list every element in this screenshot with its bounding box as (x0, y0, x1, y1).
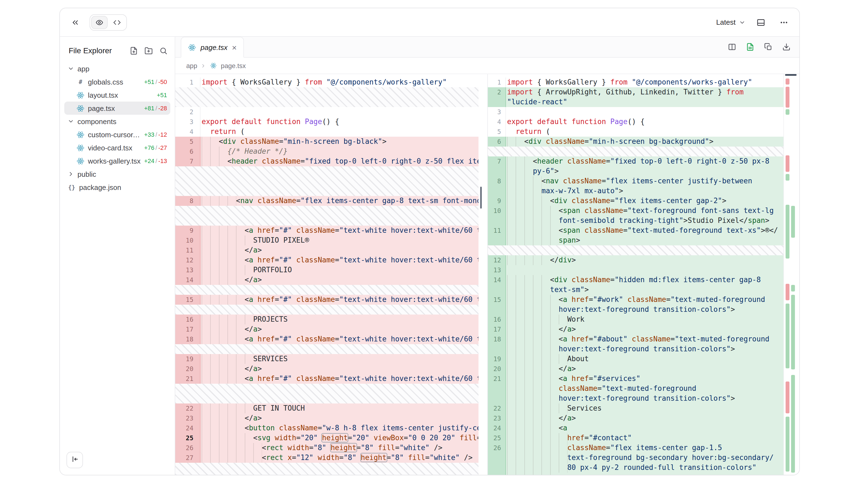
code-toggle-button[interactable] (109, 15, 125, 29)
panel-layout-button[interactable] (753, 14, 769, 30)
tree-file-works-gallery.tsx[interactable]: works-gallery.tsx+24/-13 (64, 154, 170, 167)
code-line: 24 <button className="w-8 h-8 flex items… (175, 423, 478, 433)
code-line: 2 (175, 107, 478, 117)
code-line: py-6"> (488, 166, 783, 176)
diff-collapsed-spacer (488, 147, 783, 157)
diff-stats: +76/-27 (144, 144, 167, 151)
breadcrumb: app page.tsx (175, 58, 799, 74)
line-number: 13 (488, 265, 506, 275)
left-pane-scrollbar[interactable] (480, 187, 482, 208)
split-view-button[interactable] (726, 41, 737, 53)
minimap-column (791, 74, 795, 475)
code-line: 5 return ( (488, 127, 783, 137)
code-line: text-foreground bg-secondary hover:bg-se… (488, 453, 783, 463)
file-tree: app#globals.css+51/-50layout.tsx+51page.… (60, 62, 175, 194)
diff-collapsed-spacer (175, 87, 478, 107)
line-number (488, 384, 506, 394)
main-area: File Explorer app#globals.css+51/-50la (60, 37, 799, 475)
tab-bar: page.tsx × (175, 37, 799, 58)
code-line: 1import { WorksGallery } from "@/compone… (488, 77, 783, 87)
copy-code-button[interactable] (763, 41, 774, 53)
line-number: 3 (175, 117, 200, 127)
code-line: 27 > (488, 473, 783, 475)
line-number (488, 216, 506, 226)
eye-icon (96, 19, 103, 26)
chevron-right-icon (200, 63, 206, 68)
close-tab-icon[interactable]: × (232, 43, 237, 51)
editor: page.tsx × (175, 37, 799, 475)
code-line: 25 href="#contact" (488, 433, 783, 443)
file-label: page.tsx (88, 104, 141, 112)
diff-collapsed-spacer (175, 384, 478, 403)
version-dropdown[interactable]: Latest (716, 18, 745, 26)
minimap[interactable] (783, 74, 799, 475)
line-number: 14 (175, 275, 200, 285)
collapse-sidebar-button[interactable] (66, 452, 83, 468)
tree-folder-components[interactable]: components (64, 115, 170, 128)
code-line: 20 </a> (175, 364, 478, 374)
code-line: 22 Services (488, 403, 783, 413)
panel-collapse-left-icon (71, 455, 79, 465)
diff-pane-left: 1import { WorksGallery } from "@/compone… (175, 74, 487, 475)
line-number: 7 (175, 157, 200, 166)
tree-file-globals.css[interactable]: #globals.css+51/-50 (64, 75, 170, 88)
diff-stats: +51/-50 (144, 78, 167, 85)
tab-label: page.tsx (200, 43, 227, 51)
tree-file-package.json[interactable]: {}package.json (64, 181, 170, 194)
collapse-left-button[interactable] (68, 14, 83, 30)
line-number (488, 394, 506, 403)
tree-file-custom-cursor.tsx[interactable]: custom-cursor.tsx+33/-12 (64, 128, 170, 141)
code-line: 10 <span className="text-foreground font… (488, 206, 783, 216)
line-number (488, 166, 506, 176)
line-number: 26 (488, 443, 506, 453)
code-line: font-semibold tracking-tight">Studio Pix… (488, 216, 783, 226)
diff-view: 1import { WorksGallery } from "@/compone… (175, 74, 799, 475)
tree-folder-public[interactable]: public (64, 167, 170, 181)
diff-right-rows: 1import { WorksGallery } from "@/compone… (488, 77, 783, 475)
line-number: 3 (488, 107, 506, 117)
code-line: 13 (488, 265, 783, 275)
diff-stats: +33/-12 (144, 131, 167, 138)
line-number: 27 (488, 473, 506, 475)
line-number: 14 (488, 275, 506, 285)
file-explorer-title: File Explorer (69, 46, 127, 55)
preview-toggle-button[interactable] (91, 15, 108, 29)
file-label: app (78, 65, 167, 73)
file-label: custom-cursor.tsx (88, 130, 141, 139)
breadcrumb-file[interactable]: page.tsx (221, 62, 246, 69)
file-changes-button[interactable] (744, 41, 755, 53)
tree-folder-app[interactable]: app (64, 62, 170, 75)
code-line: 4export default function Page() { (488, 117, 783, 127)
chevron-right-icon (68, 171, 74, 177)
line-number: 6 (175, 147, 200, 157)
code-line: 1import { WorksGallery } from "@/compone… (175, 77, 478, 87)
new-folder-button[interactable] (142, 44, 154, 57)
download-button[interactable] (781, 41, 792, 53)
json-file-icon: {} (68, 184, 76, 191)
new-file-button[interactable] (127, 44, 140, 57)
breadcrumb-app[interactable]: app (186, 62, 197, 69)
more-options-button[interactable] (776, 14, 792, 30)
code-line: 80 px-4 py-2 rounded-full transition-col… (488, 463, 783, 473)
code-line: 26 className="flex items-center gap-1.5 (488, 443, 783, 453)
diff-collapsed-spacer (488, 246, 783, 255)
code-line: 21 <a href="#services" (488, 374, 783, 384)
line-number (488, 285, 506, 295)
line-number: 25 (175, 433, 200, 443)
file-label: package.json (79, 183, 167, 191)
code-line: hover:text-foreground transition-colors"… (488, 344, 783, 354)
line-number: 2 (175, 107, 200, 117)
line-number: 19 (488, 354, 506, 364)
tab-page-tsx[interactable]: page.tsx × (181, 37, 244, 58)
line-number (488, 463, 506, 473)
tree-file-video-card.tsx[interactable]: video-card.tsx+76/-27 (64, 141, 170, 154)
diff-left-rows: 1import { WorksGallery } from "@/compone… (175, 77, 487, 475)
line-number (488, 453, 506, 463)
line-number: 23 (488, 413, 506, 423)
code-line: "lucide-react" (488, 97, 783, 107)
tree-file-layout.tsx[interactable]: layout.tsx+51 (64, 88, 170, 102)
tree-file-page.tsx[interactable]: page.tsx+81/-28 (64, 102, 170, 115)
search-button[interactable] (157, 44, 169, 57)
split-columns-icon (727, 43, 736, 51)
code-line: 18 <a href="#about" className="text-mute… (488, 334, 783, 344)
